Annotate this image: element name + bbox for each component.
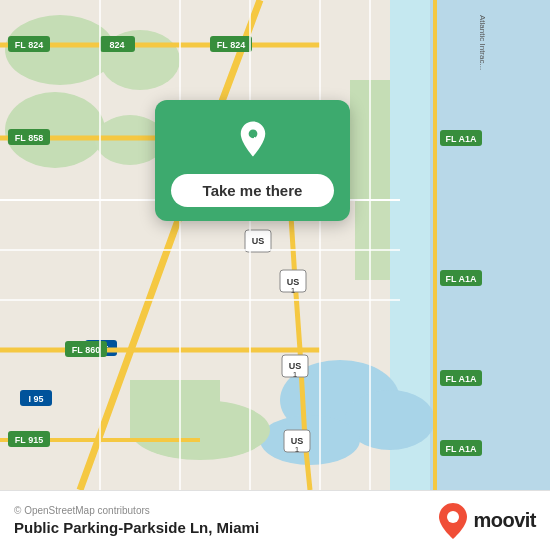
svg-text:FL 858: FL 858 bbox=[15, 133, 43, 143]
svg-text:FL A1A: FL A1A bbox=[445, 274, 477, 284]
moovit-text: moovit bbox=[473, 509, 536, 532]
svg-text:FL 860: FL 860 bbox=[72, 345, 100, 355]
moovit-pin-icon bbox=[439, 503, 467, 539]
svg-text:1: 1 bbox=[293, 370, 298, 379]
svg-text:FL A1A: FL A1A bbox=[445, 134, 477, 144]
svg-text:I 95: I 95 bbox=[28, 394, 43, 404]
svg-text:FL A1A: FL A1A bbox=[445, 444, 477, 454]
location-card[interactable]: Take me there bbox=[155, 100, 350, 221]
svg-rect-13 bbox=[130, 380, 220, 440]
location-name-text: Public Parking-Parkside Ln bbox=[14, 519, 208, 536]
svg-text:FL 915: FL 915 bbox=[15, 435, 43, 445]
city-text: Miami bbox=[217, 519, 260, 536]
svg-text:Atlantic Intrac...: Atlantic Intrac... bbox=[478, 15, 487, 70]
location-name: Public Parking-Parkside Ln, Miami bbox=[14, 519, 259, 536]
take-me-there-button[interactable]: Take me there bbox=[171, 174, 334, 207]
osm-credit: © OpenStreetMap contributors bbox=[14, 505, 259, 516]
map-svg: I 95 I 95 FL 824 824 FL 824 FL 858 FL 85… bbox=[0, 0, 550, 490]
map-container: I 95 I 95 FL 824 824 FL 824 FL 858 FL 85… bbox=[0, 0, 550, 490]
map-pin-icon bbox=[232, 118, 274, 164]
svg-text:824: 824 bbox=[109, 40, 124, 50]
svg-rect-11 bbox=[355, 200, 390, 280]
moovit-logo: moovit bbox=[439, 503, 536, 539]
svg-text:1: 1 bbox=[291, 286, 296, 295]
svg-text:FL 824: FL 824 bbox=[217, 40, 245, 50]
svg-text:US: US bbox=[252, 236, 265, 246]
svg-point-65 bbox=[447, 511, 459, 523]
svg-rect-1 bbox=[430, 0, 550, 490]
svg-text:1: 1 bbox=[295, 445, 300, 454]
bottom-bar: © OpenStreetMap contributors Public Park… bbox=[0, 490, 550, 550]
bottom-bar-info: © OpenStreetMap contributors Public Park… bbox=[14, 505, 259, 536]
svg-text:FL A1A: FL A1A bbox=[445, 374, 477, 384]
svg-text:FL 824: FL 824 bbox=[15, 40, 43, 50]
